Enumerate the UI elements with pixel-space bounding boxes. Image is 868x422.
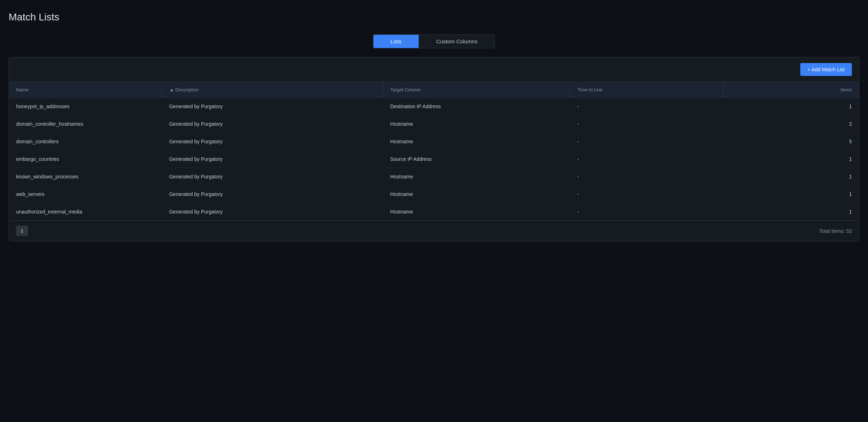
table-row: known_windows_processesGenerated by Purg… (9, 168, 859, 186)
page-title: Match Lists (9, 11, 859, 23)
cell-items: 1 (723, 203, 859, 221)
cell-name[interactable]: domain_controller_hostnames (9, 115, 162, 133)
match-lists-table: Name ▲Description Target Column Time to … (9, 82, 859, 220)
col-header-name: Name (9, 82, 162, 98)
cell-name[interactable]: embargo_countries (9, 150, 162, 168)
cell-items: 5 (723, 133, 859, 150)
cell-name[interactable]: honeypot_ip_addresses (9, 98, 162, 115)
toolbar: + Add Match List (9, 57, 859, 82)
cell-ttl: - (570, 115, 723, 133)
cell-target-column: Hostname (383, 115, 570, 133)
cell-name[interactable]: known_windows_processes (9, 168, 162, 186)
col-header-items: Items (723, 82, 859, 98)
cell-ttl: - (570, 168, 723, 186)
cell-ttl: - (570, 150, 723, 168)
cell-items: 1 (723, 186, 859, 203)
table-row: unauthorized_external_mediaGenerated by … (9, 203, 859, 221)
cell-target-column: Hostname (383, 203, 570, 221)
cell-target-column: Hostname (383, 186, 570, 203)
table-row: domain_controller_hostnamesGenerated by … (9, 115, 859, 133)
pagination-pages: 1 (16, 226, 28, 236)
sort-asc-icon: ▲ (169, 87, 174, 92)
tab-lists[interactable]: Lists (373, 35, 419, 48)
tab-custom-columns[interactable]: Custom Columns (419, 35, 495, 48)
cell-name[interactable]: web_servers (9, 186, 162, 203)
cell-ttl: - (570, 133, 723, 150)
table-body: honeypot_ip_addressesGenerated by Purgat… (9, 98, 859, 221)
cell-items: 1 (723, 98, 859, 115)
cell-items: 2 (723, 115, 859, 133)
table-row: honeypot_ip_addressesGenerated by Purgat… (9, 98, 859, 115)
pagination-bar: 1 Total Items: 52 (9, 220, 859, 241)
cell-description: Generated by Purgatory (162, 133, 383, 150)
cell-name: domain_controllers (9, 133, 162, 150)
tabs-wrapper: Lists Custom Columns (373, 34, 495, 48)
table-row: embargo_countriesGenerated by PurgatoryS… (9, 150, 859, 168)
cell-description: Generated by Purgatory (162, 150, 383, 168)
cell-target-column: Destination IP Address (383, 98, 570, 115)
table-row: domain_controllersGenerated by Purgatory… (9, 133, 859, 150)
cell-ttl: - (570, 186, 723, 203)
cell-description: Generated by Purgatory (162, 186, 383, 203)
cell-items: 1 (723, 168, 859, 186)
page-button-1[interactable]: 1 (16, 226, 28, 236)
cell-items: 1 (723, 150, 859, 168)
cell-description: Generated by Purgatory (162, 203, 383, 221)
cell-name[interactable]: unauthorized_external_media (9, 203, 162, 221)
cell-ttl: - (570, 203, 723, 221)
cell-description: Generated by Purgatory (162, 98, 383, 115)
tabs-container: Lists Custom Columns (9, 34, 859, 48)
table-header: Name ▲Description Target Column Time to … (9, 82, 859, 98)
cell-ttl: - (570, 98, 723, 115)
table-row: web_serversGenerated by PurgatoryHostnam… (9, 186, 859, 203)
cell-description: Generated by Purgatory (162, 168, 383, 186)
add-match-list-button[interactable]: + Add Match List (800, 63, 852, 76)
main-panel: + Add Match List Name ▲Description Targe… (9, 57, 859, 241)
cell-target-column: Hostname (383, 133, 570, 150)
col-header-ttl: Time to Live (570, 82, 723, 98)
cell-description: Generated by Purgatory (162, 115, 383, 133)
cell-target-column: Source IP Address (383, 150, 570, 168)
cell-target-column: Hostname (383, 168, 570, 186)
col-header-description[interactable]: ▲Description (162, 82, 383, 98)
col-header-target-column: Target Column (383, 82, 570, 98)
total-items-label: Total Items: 52 (819, 228, 852, 234)
